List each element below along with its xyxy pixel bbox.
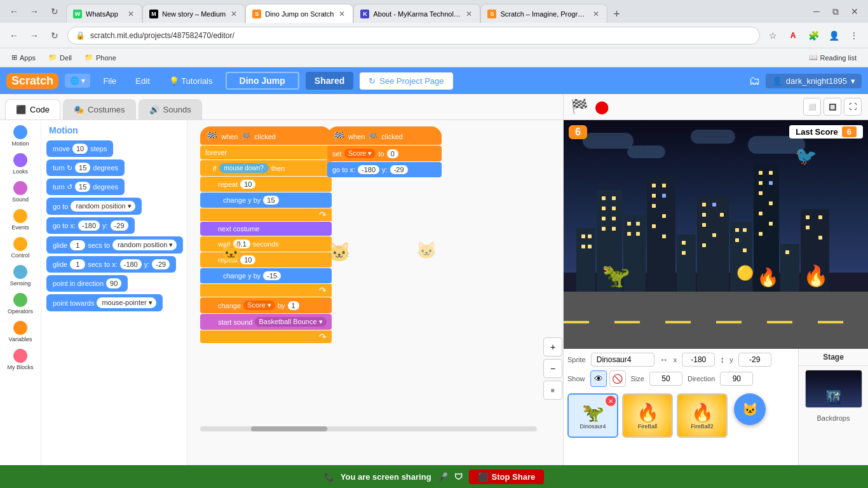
refresh-button[interactable]: ↻ <box>46 3 64 20</box>
sprite-thumb-dinosaur4[interactable]: ✕ 🦖 Dinosaur4 <box>567 393 618 438</box>
profile-button[interactable]: 👤 <box>825 27 843 44</box>
tab-costumes[interactable]: 🎭 Costumes <box>63 99 136 119</box>
goto-xy-block[interactable]: go to x: -180 y: -29 <box>46 217 135 234</box>
tab-scratch2[interactable]: S Scratch – Imagine, Program, S… ✕ <box>480 4 607 23</box>
when-clicked-hat-2[interactable]: 🏁 when 🏁 clicked <box>327 126 442 145</box>
y-coord-input[interactable] <box>738 353 771 367</box>
goto-dropdown[interactable]: random position ▾ <box>71 201 135 212</box>
size-input[interactable] <box>649 372 682 386</box>
minimize-button[interactable]: ─ <box>808 3 825 20</box>
close-button[interactable]: ✕ <box>846 3 863 20</box>
direction-block[interactable]: point in direction 90 <box>46 275 128 292</box>
sprite-name-input[interactable] <box>591 353 654 367</box>
start-sound-block[interactable]: start sound Basketball Bounce ▾ <box>200 314 332 330</box>
hide-button[interactable]: 🚫 <box>609 370 626 387</box>
user-menu[interactable]: 👤 dark_knight1895 ▾ <box>766 74 862 88</box>
star-button[interactable]: ☆ <box>764 27 782 44</box>
set-score-dropdown[interactable]: Score ▾ <box>344 149 376 158</box>
stop-button[interactable]: ⬤ <box>593 98 611 116</box>
sidebar-item-myblocks[interactable]: My Blocks <box>2 346 39 373</box>
sidebar-item-motion[interactable]: Motion <box>2 123 39 149</box>
goto-xy-script2[interactable]: go to x: -180 y: -29 <box>327 162 442 177</box>
tab-whatsapp[interactable]: W WhatsApp ✕ <box>66 4 142 23</box>
green-flag-button[interactable]: 🏁 <box>570 98 588 116</box>
sidebar-item-events[interactable]: Events <box>2 207 39 233</box>
menu-button[interactable]: ⋮ <box>845 27 863 44</box>
project-name-field[interactable]: Dino Jump <box>226 72 299 90</box>
edit-menu[interactable]: Edit <box>129 74 156 88</box>
tab-mykarma[interactable]: K About - MyKarma Technolog… ✕ <box>353 4 480 23</box>
tab-medium[interactable]: M New story – Medium ✕ <box>142 4 245 23</box>
show-button[interactable]: 👁 <box>590 370 607 387</box>
move-input[interactable]: 10 <box>72 144 88 154</box>
goto-x-input[interactable]: -180 <box>78 220 100 231</box>
reading-list-button[interactable]: 📖 Reading list <box>804 52 862 63</box>
tab-close-medium[interactable]: ✕ <box>229 10 238 18</box>
sidebar-item-control[interactable]: Control <box>2 234 39 261</box>
turn-ccw-input[interactable]: 15 <box>75 182 90 192</box>
glide-xy-t-input[interactable]: 1 <box>70 259 85 269</box>
sound-dropdown[interactable]: Basketball Bounce ▾ <box>255 317 326 327</box>
tab-close-mykarma[interactable]: ✕ <box>465 10 473 18</box>
change-y-15-input[interactable]: 15 <box>263 196 278 205</box>
address-bar[interactable]: 🔒 scratch.mit.edu/projects/487582470/edi… <box>67 27 760 44</box>
repeat-10-input[interactable]: 10 <box>240 180 255 189</box>
glide-dropdown[interactable]: random position ▾ <box>112 240 177 250</box>
stop-share-button[interactable]: ⬛ Stop Share <box>469 470 545 484</box>
bookmark-dell[interactable]: 📁 Dell <box>43 52 77 63</box>
sidebar-item-looks[interactable]: Looks <box>2 151 39 177</box>
sprite-thumb-fireball[interactable]: 🔥 FireBall <box>622 393 673 438</box>
maximize-button[interactable]: ⧉ <box>827 3 844 20</box>
set-score-input[interactable]: 0 <box>387 149 398 158</box>
zoom-out-button[interactable]: − <box>543 359 562 378</box>
large-stage-button[interactable]: 🔲 <box>824 98 841 116</box>
tab-scratch[interactable]: S Dino Jump on Scratch ✕ <box>245 4 353 23</box>
bookmark-apps[interactable]: ⊞ Apps <box>6 52 41 63</box>
sidebar-item-sensing[interactable]: Sensing <box>2 262 39 289</box>
extensions-button[interactable]: 🧩 <box>804 27 822 44</box>
back-btn[interactable]: ← <box>5 27 23 44</box>
towards-block[interactable]: point towards mouse-pointer ▾ <box>46 294 163 311</box>
towards-dropdown[interactable]: mouse-pointer ▾ <box>97 297 156 308</box>
sprite-thumb-fireball2[interactable]: 🔥 FireBall2 <box>677 393 728 438</box>
tab-close-scratch2[interactable]: ✕ <box>592 10 600 18</box>
change-y-neg15-block[interactable]: change y by -15 <box>200 268 332 283</box>
glide-input[interactable]: 1 <box>70 240 85 250</box>
move-block[interactable]: move 10 steps <box>46 140 113 157</box>
forward-button[interactable]: → <box>25 3 43 20</box>
sidebar-item-variables[interactable]: Variables <box>2 318 39 345</box>
glide-y-input[interactable]: -29 <box>152 259 170 269</box>
mouse-down-condition[interactable]: mouse down? <box>219 163 269 173</box>
scratch-logo[interactable]: Scratch <box>6 73 58 89</box>
sidebar-item-sound[interactable]: Sound <box>2 179 39 205</box>
scrollbar-thumb[interactable] <box>251 426 327 431</box>
file-menu[interactable]: File <box>97 74 123 88</box>
fullscreen-button[interactable]: ⛶ <box>844 98 862 116</box>
goto-y-input[interactable]: -29 <box>111 220 128 231</box>
repeat-10-block[interactable]: repeat 10 <box>200 177 332 192</box>
back-button[interactable]: ← <box>5 3 23 20</box>
tutorials-menu[interactable]: 💡 Tutorials <box>163 74 219 88</box>
goto-block[interactable]: go to random position ▾ <box>46 198 142 215</box>
score-by-input[interactable]: 1 <box>288 301 299 310</box>
set-score-block[interactable]: set Score ▾ to 0 <box>327 146 442 161</box>
glide-x-input[interactable]: -180 <box>120 259 142 269</box>
change-score-block[interactable]: change Score ▾ by 1 <box>200 297 332 313</box>
horizontal-scrollbar[interactable] <box>200 426 537 431</box>
small-stage-button[interactable]: ⬜ <box>803 98 821 116</box>
goto-x-s2[interactable]: -180 <box>358 165 379 174</box>
delete-dinosaur4-button[interactable]: ✕ <box>606 396 616 406</box>
turn-ccw-block[interactable]: turn ↺ 15 degrees <box>46 179 125 195</box>
glide-block[interactable]: glide 1 secs to random position ▾ <box>46 236 183 254</box>
tab-close-scratch[interactable]: ✕ <box>337 10 346 18</box>
bookmark-phone[interactable]: 📁 Phone <box>79 52 121 63</box>
forever-block[interactable]: forever <box>200 146 332 159</box>
globe-button[interactable]: 🌐 ▾ <box>65 74 90 88</box>
turn-cw-block[interactable]: turn ↻ 15 degrees <box>46 159 125 176</box>
change-y-neg15-input[interactable]: -15 <box>263 271 281 280</box>
forward-btn[interactable]: → <box>25 27 43 44</box>
acrobat-icon[interactable]: A <box>784 27 802 44</box>
change-y-15-block[interactable]: change y by 15 <box>200 193 332 208</box>
reset-zoom-button[interactable]: ≡ <box>543 381 562 400</box>
see-project-button[interactable]: ↻ See Project Page <box>360 72 452 90</box>
